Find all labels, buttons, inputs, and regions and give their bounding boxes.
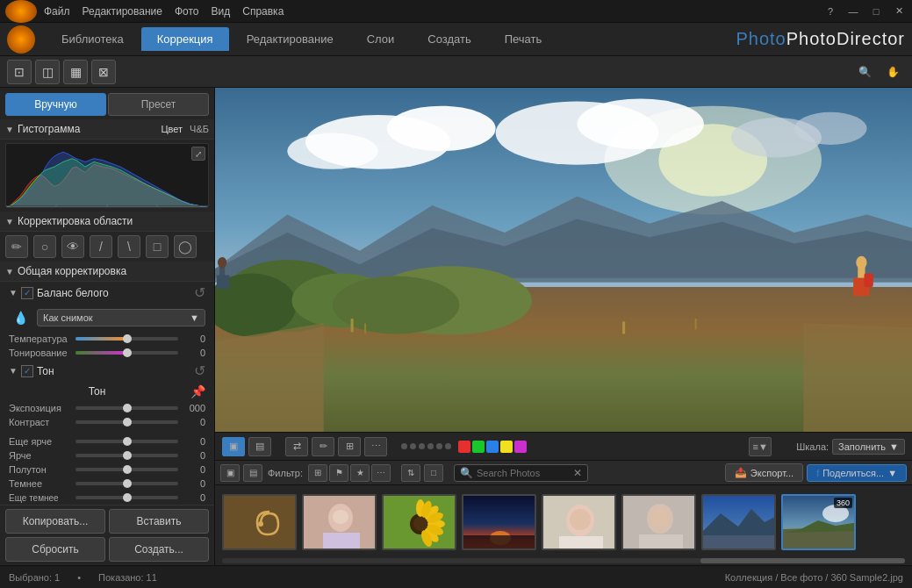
zoom-tool[interactable]: 🔍: [852, 60, 877, 84]
thumb-flower[interactable]: [382, 494, 456, 550]
filter-all-btn[interactable]: ⊞: [308, 464, 327, 482]
tone-reset[interactable]: ↺: [194, 362, 205, 379]
histogram-expand-btn[interactable]: ⤢: [191, 147, 205, 161]
histogram-color-mode[interactable]: Цвет: [161, 124, 183, 134]
svg-point-45: [413, 517, 427, 531]
thumb-portrait2[interactable]: [542, 494, 616, 550]
fs-view-btn2[interactable]: ▤: [243, 464, 262, 482]
view-mode-btn1[interactable]: ▣: [222, 437, 245, 456]
swatch-yellow[interactable]: [500, 441, 513, 453]
export-btn[interactable]: 📤 Экспорт...: [725, 463, 803, 482]
more-btn[interactable]: ⋯: [364, 437, 387, 456]
wb-preset-arrow: ▼: [190, 312, 199, 323]
tone-checkbox[interactable]: ✓: [21, 365, 33, 377]
swatch-green[interactable]: [472, 441, 485, 453]
darker-slider[interactable]: [75, 496, 178, 499]
dark-slider[interactable]: [75, 482, 178, 485]
filmstrip-scrollbar[interactable]: [222, 558, 905, 563]
menu-file[interactable]: Файл: [44, 5, 70, 18]
copy-btn[interactable]: Копировать...: [5, 509, 105, 534]
status-collection: Коллекция / Все фото / 360 Sample2.jpg: [725, 572, 903, 583]
diagonal1-tool[interactable]: /: [90, 235, 112, 258]
svg-rect-33: [351, 319, 354, 332]
contrast-slider[interactable]: [75, 420, 178, 424]
general-arrow: ▼: [5, 267, 14, 276]
circle-tool[interactable]: ○: [33, 235, 56, 258]
thumb-sunset[interactable]: [462, 494, 536, 550]
filter-flag-btn[interactable]: ⚑: [329, 464, 348, 482]
tab-print[interactable]: Печать: [489, 27, 558, 51]
eye-tool[interactable]: 👁: [61, 235, 84, 258]
view-single-btn[interactable]: ⊡: [7, 60, 32, 84]
diagonal2-tool[interactable]: \: [118, 235, 140, 258]
brighter-slider[interactable]: [75, 440, 178, 443]
tone-header[interactable]: ▼ ✓ Тон ↺: [0, 360, 214, 382]
minimize-button[interactable]: —: [845, 4, 861, 19]
general-correction-header[interactable]: ▼ Общая корректировка: [0, 262, 214, 282]
compare-btn[interactable]: ⇄: [285, 437, 308, 456]
filter-star-btn[interactable]: ★: [350, 464, 370, 482]
sort-btn[interactable]: ≡▼: [749, 437, 772, 456]
histogram-bw-mode[interactable]: Ч&Б: [190, 124, 209, 134]
tab-create[interactable]: Создать: [412, 27, 486, 51]
tab-correction[interactable]: Коррекция: [141, 27, 229, 51]
menu-edit[interactable]: Редактирование: [83, 5, 162, 18]
swatch-purple[interactable]: [514, 441, 527, 453]
exposure-slider[interactable]: [75, 406, 178, 410]
temp-slider[interactable]: [75, 337, 178, 341]
reset-btn[interactable]: Сбросить: [5, 537, 105, 562]
tab-library[interactable]: Библиотека: [46, 27, 140, 51]
maximize-button[interactable]: □: [868, 4, 884, 19]
tab-edit[interactable]: Редактирование: [231, 27, 349, 51]
rect-tool[interactable]: □: [146, 235, 169, 258]
pan-tool[interactable]: ✋: [880, 60, 905, 84]
view-compare-btn[interactable]: ◫: [35, 60, 60, 84]
tab-layers[interactable]: Слои: [351, 27, 411, 51]
edit-btn[interactable]: ✏: [312, 437, 334, 456]
wb-checkbox[interactable]: ✓: [21, 287, 33, 299]
thumb-landscape[interactable]: [701, 494, 776, 550]
thumb-portrait1[interactable]: [302, 494, 377, 550]
view-mode-btn2[interactable]: ▤: [248, 437, 271, 456]
midtone-value: 0: [183, 464, 205, 475]
bright-slider[interactable]: [75, 454, 178, 457]
svg-point-9: [287, 133, 377, 169]
scale-select[interactable]: Заполнить ▼: [832, 439, 905, 455]
menu-photo[interactable]: Фото: [175, 5, 199, 18]
thumb-panorama[interactable]: 360: [781, 494, 856, 550]
sort-order-btn[interactable]: ⇅: [401, 464, 420, 482]
wb-preset-select[interactable]: Как снимок ▼: [37, 309, 205, 326]
swatch-blue[interactable]: [486, 441, 499, 453]
wb-eyedropper[interactable]: 💧: [9, 306, 32, 329]
thumb-spiral[interactable]: [222, 494, 297, 550]
overlay-btn[interactable]: ⊞: [338, 437, 361, 456]
wb-reset[interactable]: ↺: [194, 284, 205, 301]
view-grid-btn[interactable]: ▦: [63, 60, 88, 84]
filmstrip-scroll-thumb[interactable]: [700, 558, 905, 563]
view-fullscreen-btn[interactable]: ⊠: [91, 60, 116, 84]
help-button[interactable]: ?: [822, 4, 838, 19]
mode-manual[interactable]: Вручную: [5, 93, 106, 116]
share-btn[interactable]: f Поделиться... ▼: [807, 464, 907, 482]
white-balance-header[interactable]: ▼ ✓ Баланс белого ↺: [0, 282, 214, 304]
region-correction-header[interactable]: ▼ Корректировка области: [0, 212, 214, 232]
close-button[interactable]: ✕: [891, 4, 907, 19]
search-clear[interactable]: ✕: [573, 467, 582, 479]
search-input[interactable]: [477, 468, 570, 478]
thumb-portrait3[interactable]: [621, 494, 696, 550]
ellipse-tool[interactable]: ◯: [174, 235, 197, 258]
toning-slider[interactable]: [75, 351, 178, 355]
swatch-red[interactable]: [458, 441, 470, 453]
thumb-size-btn[interactable]: □: [424, 464, 443, 482]
midtone-slider[interactable]: [75, 468, 178, 471]
brush-tool[interactable]: ✏: [5, 235, 28, 258]
fs-view-btn1[interactable]: ▣: [220, 464, 240, 482]
menu-view[interactable]: Вид: [212, 5, 231, 18]
filter-more-btn[interactable]: ⋯: [371, 464, 391, 482]
tone-pin[interactable]: 📌: [190, 384, 205, 398]
paste-btn[interactable]: Вставить: [109, 509, 209, 534]
mode-preset[interactable]: Пресет: [108, 93, 209, 116]
histogram-header[interactable]: ▼ Гистограмма Цвет Ч&Б: [0, 119, 214, 140]
menu-help[interactable]: Справка: [242, 5, 284, 18]
create-btn[interactable]: Создать...: [109, 537, 209, 562]
